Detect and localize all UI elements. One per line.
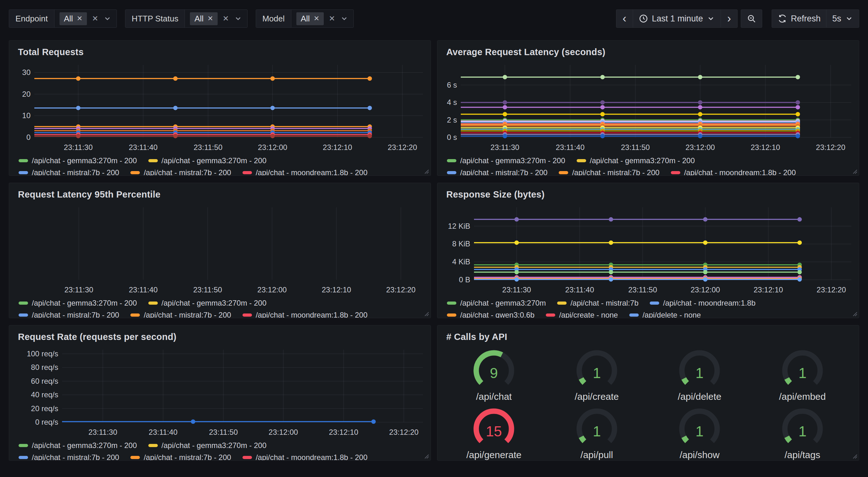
svg-text:23:12:00: 23:12:00 <box>258 143 287 152</box>
request-rate-chart[interactable]: 23:11:3023:11:4023:11:5023:12:0023:12:10… <box>14 345 426 440</box>
legend-item[interactable]: /api/chat - moondream:1.8b <box>650 299 755 307</box>
total-requests-plot: 23:11:3023:11:4023:11:5023:12:0023:12:10… <box>14 60 426 155</box>
legend-item[interactable]: /api/chat - moondream:1.8b - 200 <box>243 311 368 318</box>
request-rate-legend: /api/chat - gemma3:270m - 200/api/chat -… <box>19 441 426 460</box>
panel-title: Request Latency 95th Percentile <box>18 189 426 200</box>
legend-item[interactable]: /api/chat - mistral:7b - 200 <box>19 168 119 176</box>
series-color-chip <box>447 301 456 305</box>
filter-http-status-value[interactable]: All✕✕ <box>185 10 247 27</box>
filter-endpoint-chip[interactable]: All✕ <box>60 12 87 25</box>
legend-item[interactable]: /api/create - none <box>546 311 618 318</box>
time-shift-forward-button[interactable]: › <box>721 9 738 28</box>
panel-total-requests: Total Requests 23:11:3023:11:4023:11:502… <box>9 40 431 176</box>
legend-item[interactable]: /api/chat - mistral:7b - 200 <box>130 168 231 176</box>
avg-latency-chart[interactable]: 23:11:3023:11:4023:11:5023:12:0023:12:10… <box>442 60 854 155</box>
legend-item[interactable]: /api/chat - qwen3:0.6b <box>447 311 534 318</box>
series-color-chip <box>130 456 140 459</box>
legend-item[interactable]: /api/chat - gemma3:270m - 200 <box>19 299 137 307</box>
refresh-interval-dropdown[interactable]: 5s <box>826 9 859 28</box>
legend-item[interactable]: /api/chat - gemma3:270m - 200 <box>19 441 137 450</box>
gauge-api-generate: 15/api/generate <box>465 404 522 460</box>
chip-remove-icon[interactable]: ✕ <box>314 14 319 23</box>
chevron-down-icon[interactable] <box>340 14 348 23</box>
series-color-chip <box>546 314 555 317</box>
chip-value: All <box>301 14 310 24</box>
total-requests-chart[interactable]: 23:11:3023:11:4023:11:5023:12:0023:12:10… <box>14 60 426 155</box>
svg-text:23:11:50: 23:11:50 <box>209 428 238 436</box>
svg-text:4 KiB: 4 KiB <box>452 258 470 266</box>
gauge-arc: 1 <box>774 345 831 392</box>
clear-selection-icon[interactable]: ✕ <box>223 15 229 22</box>
gauge-value: 1 <box>695 365 704 381</box>
series-color-chip <box>148 444 158 447</box>
avg-latency-legend: /api/chat - gemma3:270m - 200/api/chat -… <box>447 156 854 176</box>
legend-item[interactable]: /api/chat - gemma3:270m - 200 <box>577 156 695 165</box>
legend-item[interactable]: /api/chat - mistral:7b - 200 <box>19 453 119 460</box>
filter-http-status-chip[interactable]: All✕ <box>190 12 217 25</box>
gauge-value: 15 <box>486 423 502 440</box>
svg-text:23:11:30: 23:11:30 <box>490 143 519 152</box>
series-label: /api/chat - moondream:1.8b <box>663 299 755 307</box>
refresh-button[interactable]: Refresh <box>772 9 827 28</box>
series-color-chip <box>130 171 140 174</box>
legend-item[interactable]: /api/chat - gemma3:270m - 200 <box>447 156 565 165</box>
chip-value: All <box>64 14 73 24</box>
chip-remove-icon[interactable]: ✕ <box>77 14 83 23</box>
svg-text:23:12:00: 23:12:00 <box>257 286 287 294</box>
panel-resize-handle[interactable] <box>851 168 858 174</box>
gauge-api-tags: 1/api/tags <box>774 404 831 460</box>
p95-latency-chart[interactable]: 23:11:3023:11:4023:11:5023:12:0023:12:10… <box>14 203 426 297</box>
time-range-picker[interactable]: Last 1 minute <box>633 9 721 28</box>
filter-endpoint-label: Endpoint <box>9 10 55 27</box>
series-color-chip <box>243 171 252 174</box>
svg-text:23:11:30: 23:11:30 <box>64 143 93 152</box>
chip-remove-icon[interactable]: ✕ <box>207 14 213 23</box>
legend-item[interactable]: /api/chat - mistral:7b - 200 <box>559 168 659 176</box>
series-color-chip <box>559 171 568 174</box>
response-size-chart[interactable]: 23:11:3023:11:4023:11:5023:12:0023:12:10… <box>442 203 854 297</box>
panel-title: # Calls by API <box>446 332 854 342</box>
legend-item[interactable]: /api/chat - gemma3:270m - 200 <box>148 299 267 307</box>
panel-resize-handle[interactable] <box>851 310 858 317</box>
legend-item[interactable]: /api/chat - moondream:1.8b - 200 <box>671 168 796 176</box>
gauge-label: /api/delete <box>678 391 721 402</box>
time-shift-back-button[interactable]: ‹ <box>616 9 633 28</box>
series-label: /api/chat - moondream:1.8b - 200 <box>256 168 368 176</box>
legend-item[interactable]: /api/chat - gemma3:270m - 200 <box>148 441 267 450</box>
chevron-down-icon[interactable] <box>103 14 112 23</box>
gauge-value: 1 <box>798 365 807 381</box>
panel-request-latency-p95: Request Latency 95th Percentile 23:11:30… <box>9 183 431 318</box>
chevron-down-icon[interactable] <box>234 14 242 23</box>
clear-selection-icon[interactable]: ✕ <box>329 15 335 22</box>
svg-text:23:11:50: 23:11:50 <box>628 286 657 294</box>
legend-item[interactable]: /api/chat - mistral:7b - 200 <box>19 311 119 318</box>
filter-http-status: HTTP StatusAll✕✕ <box>125 9 248 28</box>
filter-model-chip[interactable]: All✕ <box>297 12 324 25</box>
zoom-out-time-button[interactable] <box>741 9 762 28</box>
legend-item[interactable]: /api/chat - mistral:7b - 200 <box>447 168 547 176</box>
legend-item[interactable]: /api/chat - mistral:7b - 200 <box>130 453 231 460</box>
panel-resize-handle[interactable] <box>423 453 429 459</box>
dashboard-toolbar: EndpointAll✕✕HTTP StatusAll✕✕ModelAll✕✕ … <box>9 9 859 28</box>
filter-model-value[interactable]: All✕✕ <box>291 10 353 27</box>
legend-row: /api/chat - gemma3:270m - 200/api/chat -… <box>19 299 426 307</box>
legend-item[interactable]: /api/chat - gemma3:270m - 200 <box>148 156 267 165</box>
legend-item[interactable]: /api/chat - moondream:1.8b - 200 <box>243 453 368 460</box>
panel-resize-handle[interactable] <box>423 310 429 317</box>
legend-item[interactable]: /api/delete - none <box>629 311 701 318</box>
panel-resize-handle[interactable] <box>851 453 858 459</box>
legend-row: /api/chat - mistral:7b - 200/api/chat - … <box>447 168 854 176</box>
svg-text:20: 20 <box>22 90 31 98</box>
svg-text:23:11:50: 23:11:50 <box>194 143 223 152</box>
panel-resize-handle[interactable] <box>423 168 429 174</box>
legend-item[interactable]: /api/chat - mistral:7b - 200 <box>130 311 231 318</box>
series-label: /api/chat - gemma3:270m <box>460 299 546 307</box>
filter-endpoint-value[interactable]: All✕✕ <box>55 10 117 27</box>
legend-item[interactable]: /api/chat - mistral:7b <box>557 299 639 307</box>
chevron-down-icon <box>845 14 853 23</box>
legend-item[interactable]: /api/chat - moondream:1.8b - 200 <box>243 168 368 176</box>
clear-selection-icon[interactable]: ✕ <box>92 15 98 22</box>
legend-item[interactable]: /api/chat - gemma3:270m <box>447 299 546 307</box>
legend-item[interactable]: /api/chat - gemma3:270m - 200 <box>19 156 137 165</box>
panel-title: Average Request Latency (seconds) <box>446 47 854 57</box>
